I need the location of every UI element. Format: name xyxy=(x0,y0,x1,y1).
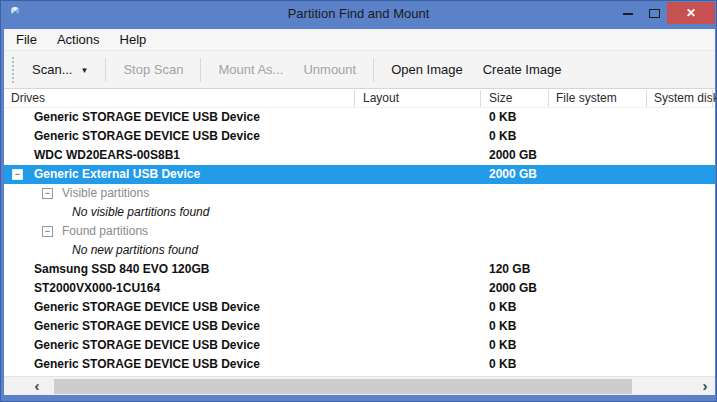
drive-size: 120 GB xyxy=(489,260,530,279)
column-resize-handle[interactable] xyxy=(354,90,355,107)
column-resize-handle[interactable] xyxy=(548,90,549,107)
menu-help[interactable]: Help xyxy=(110,29,157,50)
menu-bar: File Actions Help xyxy=(4,29,715,51)
table-row[interactable]: Generic STORAGE DEVICE USB Device0 KB xyxy=(4,298,715,317)
table-row[interactable]: Generic STORAGE DEVICE USB Device0 KB xyxy=(4,336,715,355)
drive-name: Generic STORAGE DEVICE USB Device xyxy=(34,336,260,355)
toolbar-grip-icon[interactable] xyxy=(12,57,14,83)
collapse-expander-icon[interactable]: − xyxy=(42,226,53,237)
app-window: Partition Find and Mount ✕ File Actions … xyxy=(0,0,717,402)
unmount-button[interactable]: Unmount xyxy=(293,62,366,77)
scroll-right-icon[interactable]: › xyxy=(696,378,714,395)
drive-name: Visible partitions xyxy=(62,184,149,203)
column-header-file-system[interactable]: File system xyxy=(556,91,617,105)
drive-size: 0 KB xyxy=(489,127,516,146)
drive-size: 2000 GB xyxy=(489,279,537,298)
table-row[interactable]: Generic STORAGE DEVICE USB Device0 KB xyxy=(4,127,715,146)
table-row[interactable]: −Visible partitions xyxy=(4,184,715,203)
drive-name: No visible partitions found xyxy=(72,203,209,222)
drive-name: Generic STORAGE DEVICE USB Device xyxy=(34,127,260,146)
collapse-expander-icon[interactable]: − xyxy=(12,169,23,180)
drive-size: 0 KB xyxy=(489,298,516,317)
toolbar-separator xyxy=(373,58,374,82)
minimize-icon xyxy=(623,13,633,15)
drive-list: Generic STORAGE DEVICE USB Device0 KBGen… xyxy=(4,108,715,376)
title-bar: Partition Find and Mount ✕ xyxy=(2,2,715,29)
column-header-row: Drives Layout Size File system System di… xyxy=(4,89,715,108)
close-icon: ✕ xyxy=(686,7,696,19)
open-image-button[interactable]: Open Image xyxy=(381,62,473,77)
toolbar-separator xyxy=(105,58,106,82)
scan-button[interactable]: Scan... ▼ xyxy=(22,62,98,77)
drive-name: Generic STORAGE DEVICE USB Device xyxy=(34,317,260,336)
column-resize-handle[interactable] xyxy=(712,90,713,107)
drive-size: 0 KB xyxy=(489,355,516,374)
window-title: Partition Find and Mount xyxy=(2,6,715,21)
column-resize-handle[interactable] xyxy=(480,90,481,107)
table-row[interactable]: WDC WD20EARS-00S8B12000 GB xyxy=(4,146,715,165)
drive-name: Generic STORAGE DEVICE USB Device xyxy=(34,298,260,317)
toolbar: Scan... ▼ Stop Scan Mount As... Unmount … xyxy=(4,51,715,89)
drive-size: 2000 GB xyxy=(489,146,537,165)
table-row[interactable]: −Generic External USB Device2000 GB xyxy=(4,165,715,184)
table-row[interactable]: Generic STORAGE DEVICE USB Device0 KB xyxy=(4,355,715,374)
column-header-drives[interactable]: Drives xyxy=(11,91,45,105)
toolbar-separator xyxy=(200,58,201,82)
maximize-icon xyxy=(649,9,660,18)
drive-name: Generic STORAGE DEVICE USB Device xyxy=(34,355,260,374)
menu-actions[interactable]: Actions xyxy=(47,29,110,50)
maximize-button[interactable] xyxy=(641,2,667,24)
menu-file[interactable]: File xyxy=(6,29,47,50)
minimize-button[interactable] xyxy=(615,2,641,24)
drive-size: 0 KB xyxy=(489,336,516,355)
column-resize-handle[interactable] xyxy=(646,90,647,107)
drive-name: Generic External USB Device xyxy=(34,165,200,184)
drive-name: WDC WD20EARS-00S8B1 xyxy=(34,146,180,165)
close-button[interactable]: ✕ xyxy=(667,2,715,24)
drive-name: Samsung SSD 840 EVO 120GB xyxy=(34,260,209,279)
drive-name: Found partitions xyxy=(62,222,148,241)
table-row[interactable]: −Found partitions xyxy=(4,222,715,241)
table-row[interactable]: ST2000VX000-1CU1642000 GB xyxy=(4,279,715,298)
stop-scan-button[interactable]: Stop Scan xyxy=(113,62,193,77)
drive-name: No new partitions found xyxy=(72,241,198,260)
table-row[interactable]: Samsung SSD 840 EVO 120GB120 GB xyxy=(4,260,715,279)
drive-name: Generic STORAGE DEVICE USB Device xyxy=(34,108,260,127)
scrollbar-thumb[interactable] xyxy=(54,379,632,394)
column-header-layout[interactable]: Layout xyxy=(363,91,399,105)
horizontal-scrollbar[interactable]: ‹ › xyxy=(4,376,715,395)
table-row[interactable]: No new partitions found xyxy=(4,241,715,260)
chevron-down-icon[interactable]: ▼ xyxy=(80,66,88,75)
table-row[interactable]: Generic STORAGE DEVICE USB Device0 KB xyxy=(4,317,715,336)
mount-as-button[interactable]: Mount As... xyxy=(208,62,293,77)
table-row[interactable]: No visible partitions found xyxy=(4,203,715,222)
drive-size: 2000 GB xyxy=(489,165,537,184)
drive-size: 0 KB xyxy=(489,108,516,127)
scroll-left-icon[interactable]: ‹ xyxy=(28,378,46,395)
collapse-expander-icon[interactable]: − xyxy=(42,188,53,199)
window-content: File Actions Help Scan... ▼ Stop Scan Mo… xyxy=(4,29,715,395)
drive-name: ST2000VX000-1CU164 xyxy=(34,279,160,298)
drive-size: 0 KB xyxy=(489,317,516,336)
table-row[interactable]: Generic STORAGE DEVICE USB Device0 KB xyxy=(4,108,715,127)
window-controls: ✕ xyxy=(615,2,715,24)
scan-button-label: Scan... xyxy=(32,62,72,77)
create-image-button[interactable]: Create Image xyxy=(473,62,572,77)
column-header-system-disk[interactable]: System disk xyxy=(654,91,717,105)
column-header-size[interactable]: Size xyxy=(489,91,512,105)
